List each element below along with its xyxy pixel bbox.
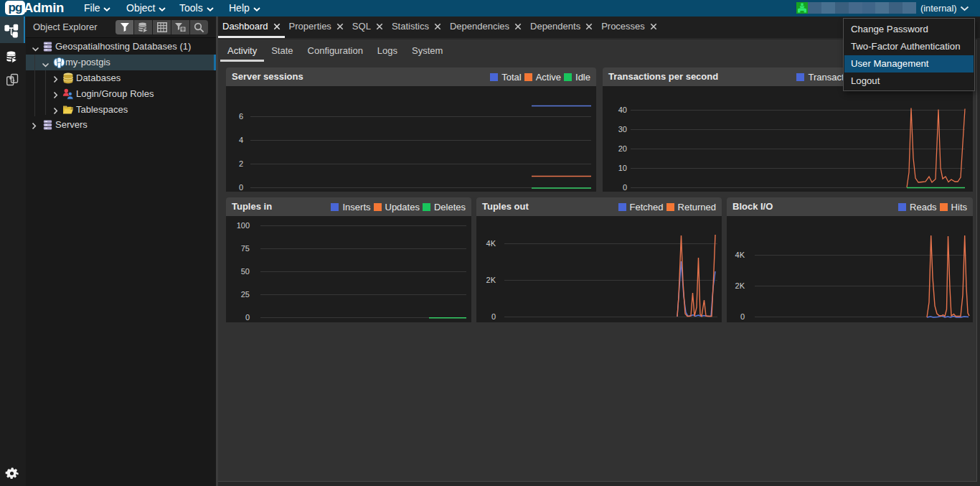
svg-text:2: 2 [239,159,243,168]
svg-text:40: 40 [618,106,627,114]
svg-text:2K: 2K [486,276,496,284]
svg-text:4K: 4K [735,251,745,259]
svg-text:0: 0 [740,312,745,321]
svg-text:4: 4 [239,136,243,144]
svg-text:100: 100 [237,221,250,230]
svg-text:0: 0 [245,313,250,322]
svg-text:2K: 2K [735,281,745,290]
svg-text:0: 0 [491,312,496,321]
svg-text:0: 0 [623,183,627,192]
svg-text:0: 0 [239,183,243,192]
svg-text:20: 20 [618,144,627,153]
svg-text:6: 6 [239,112,243,121]
svg-text:4K: 4K [486,239,496,248]
svg-text:75: 75 [241,244,250,253]
svg-text:25: 25 [241,290,250,299]
svg-text:10: 10 [618,164,627,172]
svg-text:30: 30 [618,125,627,134]
svg-text:50: 50 [241,267,250,276]
